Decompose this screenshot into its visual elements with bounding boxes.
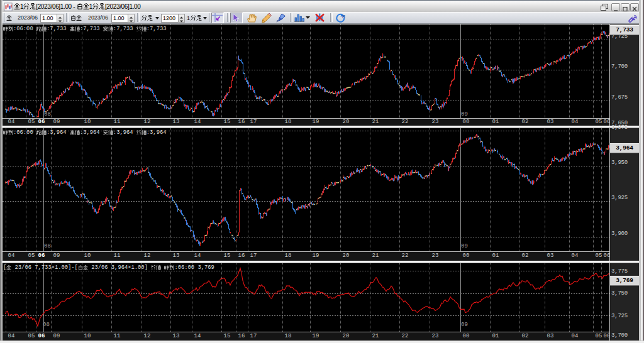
svg-text:R: R xyxy=(342,14,345,19)
